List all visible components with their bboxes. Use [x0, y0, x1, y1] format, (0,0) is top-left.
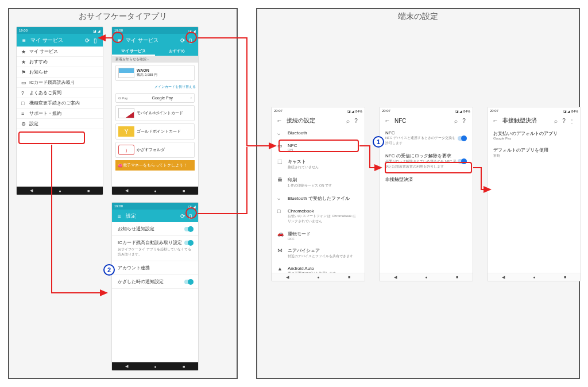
card-gold[interactable]: Yゴールドポイントカード: [115, 123, 195, 140]
search-icon[interactable]: ⌕: [552, 118, 560, 124]
phone-icon: □: [21, 100, 29, 106]
help-icon[interactable]: ?: [460, 118, 468, 124]
row-bluetooth[interactable]: ⌵Bluetooth: [272, 127, 365, 140]
row-use-default[interactable]: デフォルトのアプリを使用常時: [488, 144, 581, 162]
refresh-icon[interactable]: ⟳: [83, 37, 91, 44]
recent-icon[interactable]: ■: [183, 365, 185, 369]
appbar-title: マイ サービス: [123, 37, 179, 44]
promo-banner[interactable]: 👛電子マネーをもらってトクしよう！: [115, 160, 195, 171]
phone-nfc-settings: 20:07◪ ◢ 84% ←NFC⌕? NFCNFC デバイスと連携するときのデ…: [379, 107, 473, 281]
car-icon: 🚗: [277, 231, 288, 241]
row-default-app[interactable]: お支払いのデフォルトのアプリGoogle Pay: [488, 127, 581, 144]
home-icon[interactable]: ●: [425, 275, 427, 279]
card-icon: ▭: [21, 80, 29, 86]
drawer-recommend[interactable]: ★おすすめ: [17, 57, 103, 67]
back-icon[interactable]: ◀: [502, 275, 505, 280]
card-dpoint[interactable]: モバイルdポイントカード: [115, 105, 195, 121]
home-icon[interactable]: ●: [317, 275, 319, 279]
toggle-switch[interactable]: [184, 280, 194, 284]
device-icon[interactable]: ▯: [187, 213, 195, 219]
recent-icon[interactable]: ■: [564, 275, 566, 279]
gold-logo-icon: Y: [118, 126, 134, 137]
panel-title-left: おサイフケータイアプリ: [9, 9, 237, 24]
row-contactless[interactable]: 非接触型決済: [380, 173, 473, 186]
help-icon: ?: [21, 90, 29, 96]
row-auto-read[interactable]: ICカード残高自動読み取り設定おサイフケータイ アプリを起動していなくても読み取…: [112, 236, 198, 261]
row-nfc-lock[interactable]: NFC の受信にロック解除を要求画面がロック解除されている場合のみ NFC 受信…: [380, 149, 473, 173]
news-banner[interactable]: 新着お知らせを確認 ›: [112, 56, 198, 63]
tab-recommend[interactable]: おすすめ: [155, 47, 198, 56]
gear-icon: ⚙: [21, 121, 29, 127]
drawer-migration[interactable]: □機種変更手続きのご案内: [17, 98, 103, 109]
toggle-switch[interactable]: [458, 136, 467, 141]
drawer-support[interactable]: ≡サポート・規約: [17, 109, 103, 119]
home-icon[interactable]: ●: [154, 189, 156, 193]
back-arrow-icon[interactable]: ←: [492, 117, 500, 124]
search-icon[interactable]: ⌕: [452, 118, 460, 124]
toggle-switch[interactable]: [458, 159, 467, 164]
refresh-icon[interactable]: ⟳: [179, 37, 187, 44]
recent-icon[interactable]: ■: [183, 189, 185, 193]
row-driving[interactable]: 🚗運転モードOFF: [272, 227, 365, 244]
star-icon: ★: [21, 59, 29, 65]
android-navbar: ◀●■: [380, 273, 473, 281]
drawer-settings[interactable]: ⚙設定: [17, 119, 103, 129]
app-bar: ≡ マイ サービス ⟳ ▯: [112, 34, 198, 47]
back-icon[interactable]: ◀: [394, 275, 397, 280]
status-bar: 20:07◪ ◢ 84%: [488, 107, 581, 114]
card-kazasu[interactable]: )かざすフォルダ: [115, 142, 195, 158]
home-icon[interactable]: ●: [533, 275, 535, 279]
home-icon[interactable]: ●: [59, 189, 61, 193]
android-navbar: ◀●■: [112, 187, 198, 195]
help-icon[interactable]: ?: [352, 118, 360, 124]
bluetooth-icon: ⌵: [277, 130, 288, 136]
back-icon[interactable]: ◀: [286, 275, 289, 280]
android-navbar: ◀●■: [488, 273, 581, 281]
menu-icon[interactable]: ≡: [20, 37, 28, 44]
recent-icon[interactable]: ■: [456, 275, 458, 279]
row-notify[interactable]: お知らせ通知設定: [112, 222, 198, 236]
flag-icon: ⚑: [21, 69, 29, 75]
android-navbar: ◀●■: [17, 187, 103, 195]
row-print[interactable]: 🖶印刷1 件の印刷サービス ON です: [272, 173, 365, 192]
refresh-icon[interactable]: ⟳: [179, 213, 187, 219]
recent-icon[interactable]: ■: [87, 189, 90, 193]
appbar-title: 設定: [123, 212, 179, 220]
drawer-news[interactable]: ⚑お知らせ: [17, 67, 103, 78]
search-icon[interactable]: ⌕: [344, 118, 352, 124]
waon-logo-icon: [118, 68, 134, 78]
drawer-faq[interactable]: ?よくあるご質問: [17, 88, 103, 98]
tab-myservice[interactable]: マイ サービス: [112, 47, 155, 56]
row-nfc[interactable]: ▭NFCON: [272, 140, 365, 155]
switch-card-link[interactable]: メインカードを切り替える: [112, 83, 198, 91]
more-icon[interactable]: ⋮: [568, 118, 576, 124]
device-icon[interactable]: ▯: [187, 37, 195, 44]
phone-myservice: 19:00◪ ◢ ≡ マイ サービス ⟳ ▯ マイ サービス おすすめ 新着お知…: [111, 26, 199, 195]
menu-icon[interactable]: ≡: [115, 37, 123, 44]
back-arrow-icon[interactable]: ←: [384, 117, 392, 124]
row-bt-files[interactable]: ⌵Bluetooth で受信したファイル: [272, 192, 365, 205]
toggle-switch[interactable]: [184, 227, 194, 231]
back-icon[interactable]: ◀: [125, 364, 128, 369]
recent-icon[interactable]: ■: [348, 275, 350, 279]
device-icon[interactable]: ▯: [91, 37, 99, 44]
row-chromebook[interactable]: □Chromebookお使いの スマートフォン は Chromebook にリン…: [272, 205, 365, 227]
home-icon[interactable]: ●: [154, 365, 156, 369]
toggle-switch[interactable]: [184, 241, 194, 245]
row-nfc-toggle[interactable]: NFCNFC デバイスと連携するときのデータ交換を許可します: [380, 127, 473, 149]
menu-icon[interactable]: ≡: [115, 213, 123, 219]
cast-icon: ⬚: [277, 158, 288, 170]
help-icon[interactable]: ?: [560, 118, 568, 124]
row-cast[interactable]: ⬚キャスト接続されていません: [272, 155, 365, 173]
back-icon[interactable]: ◀: [125, 188, 128, 193]
back-arrow-icon[interactable]: ←: [276, 117, 284, 124]
row-nearby[interactable]: ⋈ニアバイシェア付近のデバイスとファイルを共有できます: [272, 244, 365, 262]
phone-contactless-settings: 20:07◪ ◢ 84% ←非接触型決済⌕?⋮ お支払いのデフォルトのアプリGo…: [487, 107, 581, 281]
card-waon[interactable]: WAON残高 3,988 円: [115, 65, 195, 81]
row-kazashita-notify[interactable]: かざした時の通知設定: [112, 275, 198, 289]
row-account-link[interactable]: アカウント連携: [112, 261, 198, 275]
back-icon[interactable]: ◀: [30, 188, 33, 193]
drawer-my-service[interactable]: ★マイ サービス: [17, 47, 103, 57]
drawer-ic-read[interactable]: ▭ICカード残高読み取り: [17, 78, 103, 88]
card-gpay[interactable]: G PayGoogle Pay›: [115, 93, 195, 103]
